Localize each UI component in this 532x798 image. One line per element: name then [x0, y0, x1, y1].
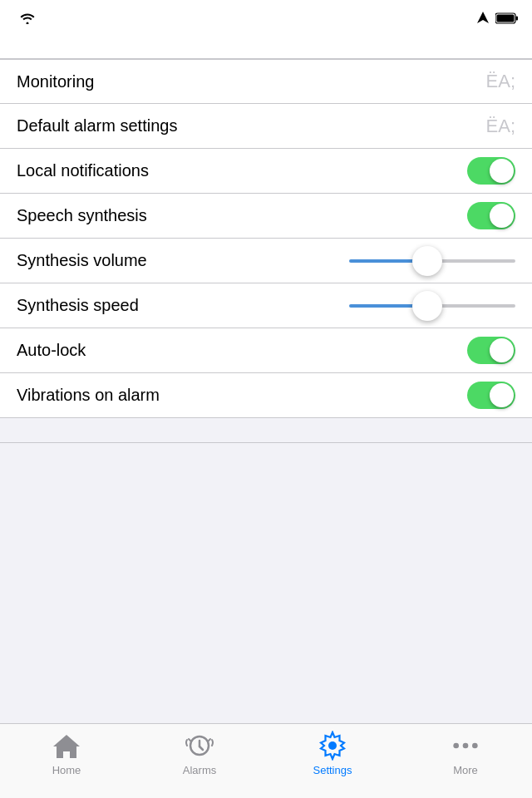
svg-line-8 [189, 739, 191, 741]
settings-label-default-alarm: Default alarm settings [17, 116, 177, 135]
toggle-thumb [490, 383, 514, 407]
settings-list: MonitoringËA;Default alarm settingsËA;Lo… [0, 59, 532, 443]
status-bar [0, 0, 532, 37]
toggle-thumb [490, 338, 514, 362]
svg-marker-4 [53, 735, 80, 758]
tab-label-home: Home [52, 764, 81, 776]
location-icon [477, 12, 489, 25]
svg-marker-0 [477, 12, 489, 23]
slider-synthesis-speed[interactable] [349, 304, 515, 308]
settings-label-auto-lock: Auto-lock [17, 341, 86, 360]
status-carrier [13, 12, 35, 24]
toggle-auto-lock[interactable] [467, 337, 515, 364]
settings-item-synthesis-speed[interactable]: Synthesis speed [0, 283, 532, 328]
tab-more[interactable]: More [424, 731, 507, 776]
svg-point-12 [463, 743, 469, 749]
svg-point-13 [472, 743, 478, 749]
svg-point-10 [328, 741, 337, 750]
slider-thumb [412, 291, 442, 321]
toggle-thumb [490, 204, 514, 228]
svg-rect-2 [497, 15, 515, 22]
settings-label-monitoring: Monitoring [17, 72, 94, 91]
svg-rect-3 [516, 17, 519, 21]
tab-settings[interactable]: Settings [291, 731, 374, 776]
svg-line-9 [208, 739, 210, 741]
toggle-local-notifications[interactable] [467, 157, 515, 185]
chevron-right-icon: ËA; [486, 116, 515, 137]
settings-item-default-alarm[interactable]: Default alarm settingsËA; [0, 104, 532, 149]
tab-bar: Home Alarms Settings More [0, 723, 532, 798]
toggle-vibrations-on-alarm[interactable] [467, 382, 515, 409]
nav-bar [0, 37, 532, 59]
settings-label-vibrations-on-alarm: Vibrations on alarm [17, 386, 160, 405]
slider-synthesis-volume[interactable] [349, 259, 515, 263]
settings-label-speech-synthesis: Speech synthesis [17, 206, 147, 225]
settings-icon [318, 731, 347, 761]
tab-label-settings: Settings [313, 764, 352, 776]
settings-item-monitoring[interactable]: MonitoringËA; [0, 59, 532, 104]
home-icon [52, 731, 81, 761]
tab-label-alarms: Alarms [183, 764, 216, 776]
svg-point-11 [453, 743, 459, 749]
settings-item-auto-lock[interactable]: Auto-lock [0, 328, 532, 373]
settings-item-synthesis-volume[interactable]: Synthesis volume [0, 239, 532, 283]
settings-label-synthesis-speed: Synthesis speed [17, 296, 139, 315]
settings-item-speech-synthesis[interactable]: Speech synthesis [0, 194, 532, 239]
alarms-icon [185, 731, 214, 761]
toggle-thumb [490, 159, 514, 183]
list-spacer [0, 418, 532, 443]
settings-item-vibrations-on-alarm[interactable]: Vibrations on alarm [0, 373, 532, 418]
tab-label-more: More [453, 764, 478, 776]
chevron-right-icon: ËA; [486, 71, 515, 92]
settings-item-local-notifications[interactable]: Local notifications [0, 149, 532, 194]
toggle-speech-synthesis[interactable] [467, 202, 515, 229]
settings-label-synthesis-volume: Synthesis volume [17, 251, 147, 270]
slider-thumb [412, 246, 442, 276]
tab-alarms[interactable]: Alarms [158, 731, 241, 776]
settings-label-local-notifications: Local notifications [17, 161, 149, 180]
battery-icon [495, 12, 519, 24]
more-icon [451, 731, 480, 761]
status-right [477, 12, 519, 25]
tab-home[interactable]: Home [25, 731, 108, 776]
svg-line-7 [200, 746, 203, 750]
wifi-icon [20, 12, 35, 24]
